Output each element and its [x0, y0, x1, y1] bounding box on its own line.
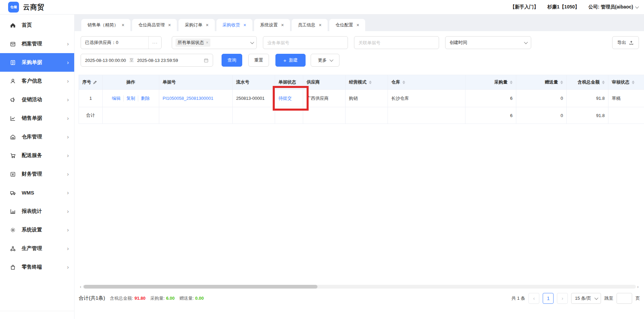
close-icon[interactable]: × [281, 22, 284, 28]
close-icon[interactable]: × [206, 22, 208, 28]
date-from-value[interactable]: 2025-08-13 00:00:00 [85, 58, 126, 63]
tab-bin-goods-mgmt[interactable]: 仓位商品管理 × [132, 19, 177, 31]
sidebar-item-wms[interactable]: WMS › [0, 183, 74, 202]
sort-icon[interactable] [602, 81, 605, 84]
tab-label: 仓位配置 [335, 22, 353, 28]
tab-purchase-receipt[interactable]: 采购收货 × [216, 19, 252, 31]
chevron-right-icon: › [67, 78, 69, 84]
footer-bar: 合计(共1条) 含税总金额: 91.80 采购量: 6.00 赠送量: 0.00… [79, 292, 640, 304]
tab-label: 采购订单 [185, 22, 202, 28]
collapse-menu-row: 收起菜单栏 [0, 311, 75, 319]
sort-icon[interactable] [369, 81, 372, 84]
footer-amount-value: 91.80 [134, 296, 146, 301]
export-button[interactable]: 导出 [612, 36, 639, 49]
chevron-right-icon: › [67, 208, 69, 214]
sidebar-item-home[interactable]: 首页 [0, 16, 74, 35]
chevron-right-icon: › [67, 227, 69, 233]
close-icon[interactable]: × [319, 22, 321, 28]
business-no-field[interactable] [263, 36, 348, 49]
table-row: 1 编辑 复制 删除 PI1050058_25081300001 250813-… [79, 90, 644, 107]
sidebar-item-warehouse[interactable]: 仓库管理 › [0, 128, 74, 146]
doc-status-select[interactable]: 所有单据状态 × [172, 36, 257, 49]
main-area: 销售单（精简） × 仓位商品管理 × 采购订单 × 采购收货 × 系统设置 × … [75, 15, 644, 319]
col-header: 赠送量 [545, 79, 558, 85]
edit-link[interactable]: 编辑 [109, 95, 123, 101]
tab-bin-config[interactable]: 仓位配置 × [329, 19, 365, 31]
scroll-right-icon[interactable]: › [636, 284, 640, 289]
close-icon[interactable]: × [244, 22, 246, 28]
new-button[interactable]: + 新建 [275, 54, 306, 67]
page-size-value: 15 条/页 [575, 295, 591, 301]
scrollbar-track[interactable] [83, 285, 636, 289]
business-no-input[interactable] [267, 40, 344, 45]
close-icon[interactable]: × [122, 22, 124, 28]
related-no-input[interactable] [358, 40, 435, 45]
more-button[interactable]: 更多 [311, 54, 339, 67]
copy-link[interactable]: 复制 [123, 95, 138, 101]
sidebar-item-customers[interactable]: 客户信息 › [0, 72, 74, 90]
date-range-picker[interactable]: 2025-08-13 00:00:00 至 2025-08-13 23:59:5… [81, 54, 213, 67]
tab-purchase-order[interactable]: 采购订单 × [179, 19, 214, 31]
sidebar-item-finance[interactable]: 财务管理 › [0, 165, 74, 183]
scrollbar-thumb[interactable] [84, 285, 317, 289]
sort-icon[interactable] [402, 81, 405, 84]
reset-button[interactable]: 重置 [248, 54, 269, 67]
doc-no-link[interactable]: PI1050058_25081300001 [163, 96, 213, 101]
cell-audit: 草稿 [608, 90, 644, 107]
next-page-button[interactable]: › [557, 293, 568, 304]
user-name[interactable]: 杉廉1【1050】 [547, 4, 580, 10]
sidebar-item-retail[interactable]: 零售终端 › [0, 258, 74, 276]
query-button[interactable]: 查询 [222, 54, 242, 67]
sidebar-item-promotions[interactable]: 促销活动 › [0, 90, 74, 109]
sidebar-item-archives[interactable]: 档案管理 › [0, 35, 74, 53]
tag-close-icon[interactable]: × [206, 40, 208, 45]
status-link[interactable]: 待提交 [278, 96, 292, 101]
scroll-left-icon[interactable]: ‹ [79, 284, 83, 289]
tab-employee-info[interactable]: 员工信息 × [292, 19, 328, 31]
purchase-doc-icon [9, 59, 16, 66]
close-icon[interactable]: × [356, 22, 359, 28]
cell-mode: 购销 [346, 90, 388, 107]
col-header: 流水号 [236, 79, 249, 85]
page-jump-input[interactable] [617, 293, 632, 304]
sidebar-item-sales[interactable]: 销售单据 › [0, 109, 74, 128]
sidebar-item-purchase[interactable]: 采购单据 › [0, 53, 74, 72]
filter-row-1: 已选择供应商：0 ··· 所有单据状态 × 创建时间 导出 [79, 36, 640, 49]
sort-icon[interactable] [560, 81, 563, 84]
sidebar-item-production[interactable]: 生产管理 › [0, 239, 74, 258]
chevron-down-icon [595, 296, 598, 299]
current-page-button[interactable]: 1 [543, 293, 554, 304]
tab-sales-order-simple[interactable]: 销售单（精简） × [81, 19, 130, 31]
sidebar-item-settings[interactable]: 系统设置 › [0, 221, 74, 239]
status-tag: 所有单据状态 × [175, 39, 210, 47]
supplier-more-button[interactable]: ··· [148, 37, 161, 49]
close-icon[interactable]: × [168, 22, 171, 28]
page-size-select[interactable]: 15 条/页 [571, 293, 601, 304]
sidebar-item-label: 报表统计 [22, 208, 67, 214]
col-header: 仓库 [391, 79, 400, 85]
chevron-right-icon: › [67, 264, 69, 270]
sidebar-item-reports[interactable]: 报表统计 › [0, 202, 74, 221]
prev-page-button[interactable]: ‹ [528, 293, 539, 304]
company-menu[interactable]: 公司: 管理员(aibaoc) [588, 4, 638, 10]
col-header: 审核状态 [612, 79, 629, 85]
create-time-select[interactable]: 创建时间 [445, 36, 531, 49]
sort-icon[interactable] [510, 81, 513, 84]
warehouse-icon [9, 134, 16, 140]
column-settings-icon[interactable] [93, 80, 97, 85]
top-header: 仓储 云商贸 【新手入门】 杉廉1【1050】 公司: 管理员(aibaoc) [0, 0, 644, 15]
sort-icon[interactable] [632, 81, 635, 84]
supplier-filter[interactable]: 已选择供应商：0 ··· [81, 36, 162, 49]
date-separator: 至 [129, 57, 134, 63]
tab-label: 员工信息 [298, 22, 315, 28]
tab-strip: 销售单（精简） × 仓位商品管理 × 采购订单 × 采购收货 × 系统设置 × … [75, 15, 644, 31]
tab-system-settings[interactable]: 系统设置 × [254, 19, 290, 31]
app-title: 云商贸 [23, 3, 44, 12]
related-no-field[interactable] [354, 36, 439, 49]
date-to-value[interactable]: 2025-08-13 23:59:59 [137, 58, 178, 63]
novice-guide-link[interactable]: 【新手入门】 [510, 4, 539, 10]
chevron-down-icon [635, 5, 639, 8]
sidebar-item-label: 客户信息 [22, 78, 67, 84]
sidebar-item-delivery[interactable]: 配送服务 › [0, 146, 74, 165]
delete-link[interactable]: 删除 [138, 95, 152, 101]
